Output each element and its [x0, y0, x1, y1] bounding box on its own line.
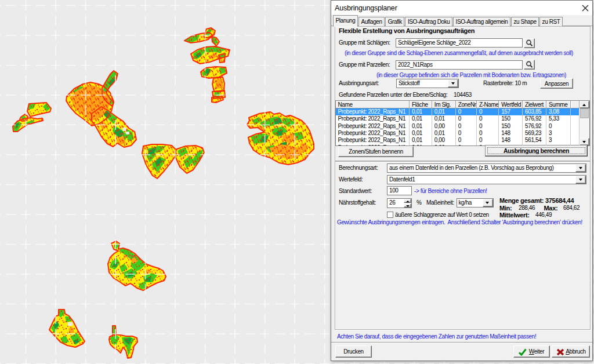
svg-text:Gr.Parz.: Gr.Parz. [124, 254, 137, 258]
